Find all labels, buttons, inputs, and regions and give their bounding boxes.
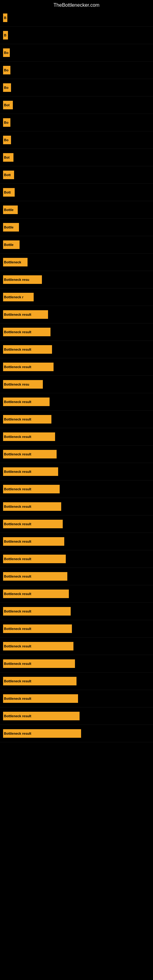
- bar-18: Bottleneck result: [3, 310, 48, 319]
- bar-8: Bo: [3, 136, 11, 144]
- bar-39: Bottleneck result: [3, 677, 76, 686]
- bar-row-8: Bo: [0, 131, 153, 149]
- bar-row-38: Bottleneck result: [0, 655, 153, 673]
- bar-11: Bott: [3, 188, 15, 197]
- bar-label-8: Bo: [4, 138, 9, 142]
- bar-row-10: Bott: [0, 166, 153, 184]
- bar-label-40: Bottleneck result: [4, 697, 31, 700]
- bar-row-36: Bottleneck result: [0, 620, 153, 638]
- bar-label-3: Bo: [4, 51, 9, 54]
- bar-37: Bottleneck result: [3, 642, 73, 651]
- bar-label-13: Bottle: [4, 225, 13, 229]
- bar-24: Bottleneck result: [3, 415, 51, 423]
- bar-row-20: Bottleneck result: [0, 341, 153, 358]
- bar-label-7: Bo: [4, 121, 9, 124]
- bar-21: Bottleneck result: [3, 363, 54, 371]
- bar-16: Bottleneck resu: [3, 275, 42, 284]
- bar-27: Bottleneck result: [3, 467, 58, 476]
- bar-row-16: Bottleneck resu: [0, 271, 153, 288]
- bar-row-12: Bottle: [0, 201, 153, 219]
- bar-6: Bot: [3, 101, 13, 109]
- bar-row-5: Bo: [0, 79, 153, 97]
- bar-31: Bottleneck result: [3, 537, 64, 546]
- bar-row-9: Bot: [0, 149, 153, 166]
- bar-32: Bottleneck result: [3, 555, 66, 563]
- bar-row-2: B: [0, 27, 153, 44]
- bar-label-18: Bottleneck result: [4, 313, 31, 317]
- bar-label-21: Bottleneck result: [4, 365, 31, 369]
- bar-41: Bottleneck result: [3, 712, 80, 720]
- bar-17: Bottleneck r: [3, 293, 33, 301]
- bar-29: Bottleneck result: [3, 502, 61, 511]
- bar-13: Bottle: [3, 223, 19, 232]
- bars-container: BBBoBoBoBotBoBoBotBottBottBottleBottleBo…: [0, 9, 153, 742]
- bar-row-1: B: [0, 9, 153, 27]
- bar-label-42: Bottleneck result: [4, 732, 31, 735]
- bar-row-29: Bottleneck result: [0, 498, 153, 515]
- bar-row-13: Bottle: [0, 219, 153, 236]
- bar-label-35: Bottleneck result: [4, 609, 31, 613]
- bar-label-32: Bottleneck result: [4, 557, 31, 561]
- bar-label-11: Bott: [4, 191, 11, 194]
- bar-label-20: Bottleneck result: [4, 348, 31, 351]
- bar-row-33: Bottleneck result: [0, 568, 153, 585]
- bar-12: Bottle: [3, 205, 18, 214]
- bar-row-18: Bottleneck result: [0, 306, 153, 323]
- bar-label-15: Bottleneck: [4, 260, 21, 264]
- bar-label-29: Bottleneck result: [4, 505, 31, 508]
- bar-label-36: Bottleneck result: [4, 627, 31, 630]
- bar-label-19: Bottleneck result: [4, 330, 31, 334]
- bar-7: Bo: [3, 118, 10, 127]
- bar-label-37: Bottleneck result: [4, 644, 31, 648]
- bar-row-27: Bottleneck result: [0, 463, 153, 480]
- page-wrapper: TheBottlenecker.com BBBoBoBoBotBoBoBotBo…: [0, 0, 153, 980]
- bar-33: Bottleneck result: [3, 572, 67, 581]
- bar-label-22: Bottleneck resu: [4, 382, 29, 386]
- bar-5: Bo: [3, 83, 11, 92]
- bar-row-22: Bottleneck resu: [0, 376, 153, 393]
- bar-19: Bottleneck result: [3, 328, 51, 336]
- bar-23: Bottleneck result: [3, 398, 49, 406]
- bar-3: Bo: [3, 48, 10, 57]
- bar-label-34: Bottleneck result: [4, 592, 31, 596]
- bar-label-25: Bottleneck result: [4, 435, 31, 439]
- bar-label-39: Bottleneck result: [4, 679, 31, 683]
- bar-row-24: Bottleneck result: [0, 411, 153, 428]
- bar-label-5: Bo: [4, 86, 9, 89]
- bar-label-16: Bottleneck resu: [4, 278, 29, 282]
- bar-label-41: Bottleneck result: [4, 714, 31, 718]
- bar-26: Bottleneck result: [3, 450, 57, 458]
- bar-20: Bottleneck result: [3, 345, 52, 354]
- bar-label-12: Bottle: [4, 208, 13, 212]
- bar-row-3: Bo: [0, 44, 153, 62]
- bar-36: Bottleneck result: [3, 624, 72, 633]
- bar-label-30: Bottleneck result: [4, 522, 31, 526]
- bar-row-42: Bottleneck result: [0, 725, 153, 742]
- bar-row-4: Bo: [0, 62, 153, 79]
- bar-row-26: Bottleneck result: [0, 445, 153, 463]
- bar-row-15: Bottleneck: [0, 254, 153, 271]
- bar-15: Bottleneck: [3, 258, 27, 266]
- bar-row-30: Bottleneck result: [0, 515, 153, 533]
- bar-30: Bottleneck result: [3, 520, 63, 528]
- bar-row-14: Bottle: [0, 236, 153, 254]
- bar-row-7: Bo: [0, 114, 153, 131]
- bar-label-4: Bo: [4, 68, 9, 72]
- bar-label-2: B: [4, 33, 6, 37]
- bar-label-24: Bottleneck result: [4, 417, 31, 421]
- bar-label-26: Bottleneck result: [4, 452, 31, 456]
- bar-22: Bottleneck resu: [3, 380, 43, 389]
- bar-28: Bottleneck result: [3, 485, 60, 493]
- bar-row-37: Bottleneck result: [0, 638, 153, 655]
- bar-row-31: Bottleneck result: [0, 533, 153, 550]
- bar-9: Bot: [3, 153, 13, 162]
- bar-25: Bottleneck result: [3, 433, 55, 441]
- bar-row-28: Bottleneck result: [0, 480, 153, 498]
- bar-label-28: Bottleneck result: [4, 487, 31, 491]
- bar-label-33: Bottleneck result: [4, 574, 31, 578]
- bar-38: Bottleneck result: [3, 659, 75, 668]
- bar-row-34: Bottleneck result: [0, 585, 153, 603]
- bar-row-19: Bottleneck result: [0, 323, 153, 341]
- bar-1: B: [3, 13, 7, 22]
- bar-row-25: Bottleneck result: [0, 428, 153, 445]
